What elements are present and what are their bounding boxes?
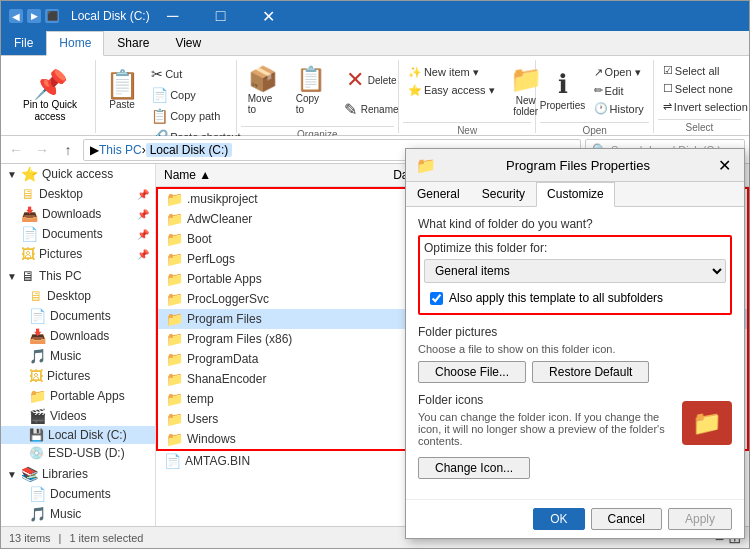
folder-icon: 📥: [21, 206, 38, 222]
dialog-tab-customize[interactable]: Customize: [536, 182, 615, 207]
title-bar-text: Local Disk (C:): [71, 9, 150, 23]
select-none-button[interactable]: ☐ Select none: [658, 80, 738, 97]
nav-item-videos-pc[interactable]: 🎬 Videos: [1, 406, 155, 426]
minimize-button[interactable]: ─: [150, 1, 196, 31]
nav-item-label: Videos: [50, 409, 86, 423]
nav-item-documents-quick[interactable]: 📄 Documents 📌: [1, 224, 155, 244]
expand-icon: ▼: [7, 469, 17, 480]
folder-icon: 📁: [166, 431, 183, 447]
select-label: Select: [658, 119, 741, 133]
pin-icon: 📌: [137, 189, 149, 200]
edit-button[interactable]: ✏ Edit: [589, 82, 649, 99]
folder-icon: 📁: [166, 231, 183, 247]
ribbon-group-open: ℹ Properties ↗ Open ▾ ✏ Edit 🕐 History: [536, 60, 653, 133]
path-root: ▶: [90, 143, 99, 157]
forward-button[interactable]: →: [31, 139, 53, 161]
new-label: New: [403, 122, 532, 136]
copy-icon: 📄: [151, 87, 168, 103]
maximize-button[interactable]: □: [198, 1, 244, 31]
ribbon-group-clipboard: 📋 Paste ✂ Cut 📄 Copy 📋 Copy path: [96, 60, 237, 133]
folder-icons-row: Folder icons You can change the folder i…: [418, 393, 732, 453]
nav-item-label: Downloads: [42, 207, 101, 221]
nav-item-pictures-quick[interactable]: 🖼 Pictures 📌: [1, 244, 155, 264]
back-button[interactable]: ←: [5, 139, 27, 161]
pin-icon: 📌: [137, 249, 149, 260]
cut-button[interactable]: ✂ Cut: [146, 64, 245, 84]
nav-item-local-disk-c[interactable]: 💾 Local Disk (C:): [1, 426, 155, 444]
apply-template-checkbox[interactable]: [430, 292, 443, 305]
history-button[interactable]: 🕐 History: [589, 100, 649, 117]
nav-section-libraries: ▼ 📚 Libraries 📄 Documents 🎵 Music 🖼 Pict…: [1, 464, 155, 526]
optimize-label: Optimize this folder for:: [424, 241, 726, 255]
folder-icon: 📁: [166, 311, 183, 327]
dialog-close-button[interactable]: ✕: [714, 155, 734, 175]
rename-button[interactable]: ✎ Rename: [337, 97, 406, 122]
dialog-title-bar: 📁 Program Files Properties ✕: [406, 149, 744, 182]
tab-view[interactable]: View: [162, 31, 214, 55]
select-all-button[interactable]: ☑ Select all: [658, 62, 725, 79]
cancel-button[interactable]: Cancel: [591, 508, 662, 530]
nav-item-downloads-pc[interactable]: 📥 Downloads: [1, 326, 155, 346]
copy-path-button[interactable]: 📋 Copy path: [146, 106, 245, 126]
nav-item-music-lib[interactable]: 🎵 Music: [1, 504, 155, 524]
choose-file-button[interactable]: Choose File...: [418, 361, 526, 383]
nav-item-label: Desktop: [39, 187, 83, 201]
apply-button[interactable]: Apply: [668, 508, 732, 530]
new-item-button[interactable]: ✨ New item ▾: [403, 64, 500, 81]
file-icon: 📄: [164, 453, 181, 469]
nav-item-esd-usb-d[interactable]: 💿 ESD-USB (D:): [1, 444, 155, 462]
path-this-pc[interactable]: This PC: [99, 143, 142, 157]
quick-access-header[interactable]: ▼ ⭐ Quick access: [1, 164, 155, 184]
invert-selection-button[interactable]: ⇌ Invert selection: [658, 98, 750, 115]
drive-icon: 💿: [29, 446, 44, 460]
pin-to-quick-button[interactable]: 📌 Pin to Quick access: [9, 68, 91, 126]
nav-item-pictures-pc[interactable]: 🖼 Pictures: [1, 366, 155, 386]
libraries-header[interactable]: ▼ 📚 Libraries: [1, 464, 155, 484]
folder-pictures-desc: Choose a file to show on this folder ico…: [418, 343, 732, 355]
folder-icon: 📁: [166, 271, 183, 287]
pc-icon: 🖥: [21, 268, 35, 284]
cut-icon: ✂: [151, 66, 163, 82]
ok-button[interactable]: OK: [533, 508, 584, 530]
nav-item-desktop-quick[interactable]: 🖥 Desktop 📌: [1, 184, 155, 204]
copy-to-button[interactable]: 📋 Copy to: [289, 62, 333, 118]
delete-icon: ✕: [346, 67, 364, 93]
nav-item-documents-pc[interactable]: 📄 Documents: [1, 306, 155, 326]
dialog-tab-security[interactable]: Security: [471, 182, 536, 206]
folder-icon: 📥: [29, 328, 46, 344]
open-button[interactable]: ↗ Open ▾: [589, 64, 649, 81]
properties-button[interactable]: ℹ Properties: [540, 62, 584, 118]
close-button[interactable]: ✕: [246, 1, 292, 31]
nav-item-music-pc[interactable]: 🎵 Music: [1, 346, 155, 366]
nav-item-label: Music: [50, 349, 81, 363]
easy-access-button[interactable]: ⭐ Easy access ▾: [403, 82, 500, 99]
tab-home[interactable]: Home: [46, 31, 104, 56]
path-active[interactable]: Local Disk (C:): [146, 143, 233, 157]
up-button[interactable]: ↑: [57, 139, 79, 161]
copy-button[interactable]: 📄 Copy: [146, 85, 245, 105]
delete-button[interactable]: ✕ Delete: [337, 64, 406, 96]
dialog-tab-general[interactable]: General: [406, 182, 471, 206]
nav-item-label: ESD-USB (D:): [48, 446, 125, 460]
title-bar-app-icons: ◀ ▶ ⬛: [9, 9, 59, 23]
tab-file[interactable]: File: [1, 31, 46, 55]
dialog-optimize-section: What kind of folder do you want? Optimiz…: [418, 217, 732, 315]
selected-info: 1 item selected: [69, 532, 143, 544]
title-bar-controls: ─ □ ✕: [150, 1, 292, 31]
optimize-select[interactable]: General items Documents Pictures Music V…: [424, 259, 726, 283]
nav-item-portable-apps-pc[interactable]: 📁 Portable Apps: [1, 386, 155, 406]
move-to-button[interactable]: 📦 Move to: [241, 62, 285, 118]
change-icon-button[interactable]: Change Icon...: [418, 457, 530, 479]
this-pc-header[interactable]: ▼ 🖥 This PC: [1, 266, 155, 286]
col-name[interactable]: Name ▲: [160, 166, 389, 184]
nav-item-documents-lib[interactable]: 📄 Documents: [1, 484, 155, 504]
restore-default-button[interactable]: Restore Default: [532, 361, 649, 383]
drive-icon: 💾: [29, 428, 44, 442]
folder-icon: 🖥: [29, 288, 43, 304]
nav-item-desktop-pc[interactable]: 🖥 Desktop: [1, 286, 155, 306]
nav-item-downloads-quick[interactable]: 📥 Downloads 📌: [1, 204, 155, 224]
dialog-footer: OK Cancel Apply: [406, 499, 744, 538]
tab-share[interactable]: Share: [104, 31, 162, 55]
paste-button[interactable]: 📋 Paste: [100, 62, 144, 118]
file-name: AdwCleaner: [187, 212, 427, 226]
